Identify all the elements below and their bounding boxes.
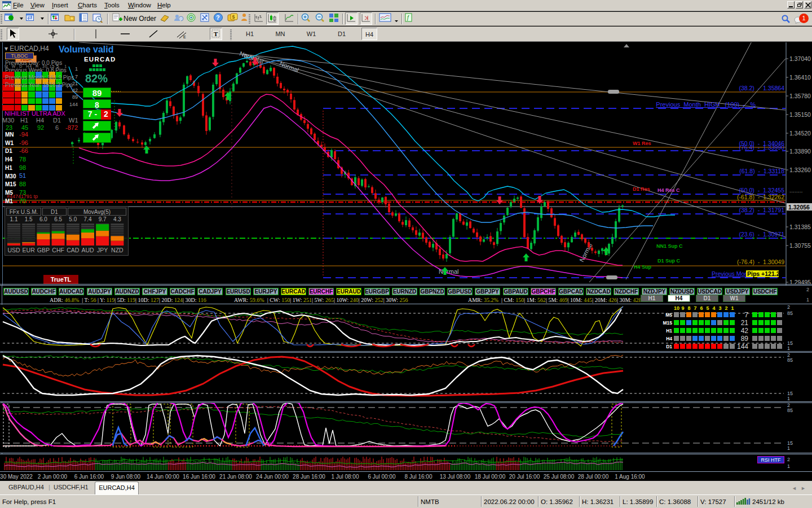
svg-text:M15: M15 bbox=[663, 320, 672, 326]
svg-text:85: 85 bbox=[787, 310, 793, 316]
svg-text:2: 2 bbox=[725, 305, 727, 311]
svg-text:1.37040: 1.37040 bbox=[789, 55, 811, 62]
svg-text:42: 42 bbox=[741, 327, 749, 335]
svg-text:T: T bbox=[214, 30, 218, 37]
svg-text:(23.6) - 1.30971: (23.6) - 1.30971 bbox=[739, 231, 784, 238]
svg-text:10: 10 bbox=[674, 305, 679, 311]
svg-text:21: 21 bbox=[741, 319, 749, 327]
svg-text:1.33260: 1.33260 bbox=[789, 167, 811, 173]
svg-text:(-76.4) - 1.30049: (-76.4) - 1.30049 bbox=[737, 259, 784, 265]
svg-text:1.34520: 1.34520 bbox=[789, 130, 811, 137]
svg-text:1: 1 bbox=[787, 445, 790, 451]
svg-text:2: 2 bbox=[787, 305, 790, 310]
svg-text:NN1 Sup C: NN1 Sup C bbox=[656, 243, 683, 249]
svg-text:D1 Res: D1 Res bbox=[633, 186, 650, 192]
svg-text:H4 Res C: H4 Res C bbox=[657, 187, 680, 193]
svg-text:1.36410: 1.36410 bbox=[789, 74, 811, 81]
svg-text:6: 6 bbox=[700, 305, 703, 311]
svg-text:(-61.8) - 1.32262: (-61.8) - 1.32262 bbox=[737, 194, 784, 200]
svg-text:5: 5 bbox=[706, 305, 709, 311]
svg-text:H4: H4 bbox=[666, 336, 672, 341]
svg-text:E: E bbox=[183, 35, 186, 39]
svg-text:(61.8) - 1.33118: (61.8) - 1.33118 bbox=[739, 168, 784, 174]
svg-text:........: ........ bbox=[789, 187, 802, 194]
svg-text:4: 4 bbox=[712, 305, 715, 311]
svg-text:Normal: Normal bbox=[279, 60, 299, 73]
svg-text:7: 7 bbox=[694, 305, 696, 311]
svg-text:1.32056: 1.32056 bbox=[788, 204, 810, 211]
svg-text:H4 Sup: H4 Sup bbox=[634, 264, 652, 270]
svg-text:D1 Sup C: D1 Sup C bbox=[657, 258, 681, 264]
svg-text:1: 1 bbox=[787, 396, 790, 401]
svg-text:Pips +121.2: Pips +121.2 bbox=[747, 270, 780, 277]
svg-text:8: 8 bbox=[687, 305, 690, 311]
svg-text:7: 7 bbox=[744, 311, 748, 319]
svg-text:89: 89 bbox=[741, 335, 749, 343]
svg-text:(38.2) - 1.31791: (38.2) - 1.31791 bbox=[739, 207, 784, 213]
svg-text:$: $ bbox=[232, 14, 235, 20]
svg-text:144: 144 bbox=[737, 343, 748, 351]
svg-text:D1: D1 bbox=[666, 344, 672, 349]
svg-text:1: 1 bbox=[787, 345, 790, 351]
svg-text:Normal: Normal bbox=[439, 268, 458, 275]
svg-text:1.35780: 1.35780 bbox=[789, 93, 811, 99]
svg-text:1.33890: 1.33890 bbox=[789, 148, 811, 155]
svg-text:W1 Res: W1 Res bbox=[633, 141, 651, 146]
svg-text:(38.2) - 1.35864: (38.2) - 1.35864 bbox=[739, 85, 784, 91]
svg-text:1.30755: 1.30755 bbox=[789, 242, 811, 249]
svg-text:ƒ: ƒ bbox=[407, 15, 410, 21]
svg-text:1: 1 bbox=[731, 305, 734, 311]
svg-text:9: 9 bbox=[681, 305, 684, 311]
svg-text:85: 85 bbox=[787, 408, 793, 413]
svg-text:85: 85 bbox=[787, 357, 793, 363]
svg-text:1.31385: 1.31385 bbox=[789, 224, 811, 230]
svg-text:3: 3 bbox=[718, 305, 721, 311]
svg-text:M5: M5 bbox=[665, 312, 672, 318]
svg-text:(50.0) - 1.32455: (50.0) - 1.32455 bbox=[739, 187, 784, 194]
svg-text:Previous Month HIGH (100): Previous Month HIGH (100) - % bbox=[656, 101, 756, 108]
svg-text:(76.4) - 1.33990: (76.4) - 1.33990 bbox=[739, 144, 784, 151]
svg-text:?: ? bbox=[216, 14, 220, 21]
svg-text:H1: H1 bbox=[666, 328, 672, 334]
svg-text:1.35150: 1.35150 bbox=[789, 111, 811, 118]
